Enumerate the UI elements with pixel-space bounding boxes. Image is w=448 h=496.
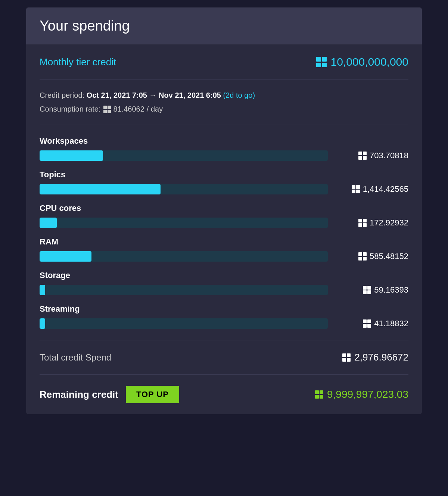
bar-row-3: 585.48152 bbox=[40, 251, 408, 262]
bar-container-1 bbox=[40, 184, 328, 194]
remaining-left: Remaining credit TOP UP bbox=[40, 386, 179, 403]
monthly-credit-section: Monthly tier credit 10,000,000,000 bbox=[40, 44, 408, 80]
monthly-credit-value: 10,000,000,000 bbox=[316, 56, 408, 68]
credit-icon-cat-4 bbox=[363, 286, 371, 294]
bar-value-4: 59.16393 bbox=[334, 285, 408, 295]
credit-period-start: Oct 21, 2021 7:05 bbox=[87, 91, 147, 99]
category-label-3: RAM bbox=[40, 237, 408, 247]
bar-row-0: 703.70818 bbox=[40, 150, 408, 161]
bar-fill-4 bbox=[40, 285, 45, 295]
credit-icon-remaining bbox=[315, 390, 323, 399]
total-credit-label: Total credit Spend bbox=[40, 352, 111, 363]
credit-icon-consumption bbox=[103, 106, 111, 113]
category-label-2: CPU cores bbox=[40, 203, 408, 213]
remaining-credit-amount: 9,999,997,023.03 bbox=[327, 389, 408, 400]
categories-section: Workspaces703.70818Topics1,414.42565CPU … bbox=[40, 125, 408, 340]
bar-row-4: 59.16393 bbox=[40, 285, 408, 295]
bar-container-4 bbox=[40, 285, 328, 295]
credit-icon-cat-0 bbox=[358, 152, 367, 160]
consumption-amount: 81.46062 bbox=[113, 105, 144, 113]
card-header: Your spending bbox=[26, 7, 422, 44]
credit-icon-cat-5 bbox=[363, 319, 371, 328]
page-title: Your spending bbox=[40, 18, 408, 34]
total-credit-row: Total credit Spend 2,976.96672 bbox=[40, 352, 408, 363]
category-label-5: Streaming bbox=[40, 304, 408, 314]
bar-value-1: 1,414.42565 bbox=[334, 184, 408, 194]
credit-icon-cat-3 bbox=[358, 252, 367, 261]
category-label-4: Storage bbox=[40, 271, 408, 280]
remaining-credit-label: Remaining credit bbox=[40, 389, 118, 400]
remaining-credit-value: 9,999,997,023.03 bbox=[315, 389, 408, 400]
bar-fill-0 bbox=[40, 150, 103, 161]
credit-period-end: Nov 21, 2021 6:05 bbox=[159, 91, 221, 99]
consumption-label: Consumption rate: bbox=[40, 105, 100, 113]
consumption-unit: / day bbox=[147, 105, 163, 113]
credit-icon-cat-1 bbox=[352, 185, 360, 193]
bar-container-5 bbox=[40, 318, 328, 329]
bar-container-3 bbox=[40, 251, 328, 262]
card-body: Monthly tier credit 10,000,000,000 Credi… bbox=[26, 44, 422, 414]
credit-period-row: Credit period: Oct 21, 2021 7:05 → Nov 2… bbox=[40, 91, 408, 100]
bar-container-2 bbox=[40, 218, 328, 228]
total-credit-value: 2,976.96672 bbox=[342, 352, 408, 363]
category-value-1: 1,414.42565 bbox=[363, 184, 408, 194]
category-value-4: 59.16393 bbox=[374, 285, 408, 295]
credit-icon bbox=[316, 57, 327, 67]
category-label-1: Topics bbox=[40, 170, 408, 180]
bar-value-0: 703.70818 bbox=[334, 151, 408, 160]
bar-value-5: 41.18832 bbox=[334, 319, 408, 328]
credit-period-prefix: Credit period: bbox=[40, 91, 84, 99]
remaining-credit-row: Remaining credit TOP UP 9,999,997,023.03 bbox=[40, 386, 408, 403]
category-value-5: 41.18832 bbox=[374, 319, 408, 328]
monthly-credit-amount: 10,000,000,000 bbox=[330, 56, 408, 68]
category-value-2: 172.92932 bbox=[370, 218, 408, 228]
bar-container-0 bbox=[40, 150, 328, 161]
credit-icon-total bbox=[342, 353, 351, 362]
bar-row-2: 172.92932 bbox=[40, 218, 408, 228]
credit-icon-cat-2 bbox=[358, 219, 367, 227]
bar-row-5: 41.18832 bbox=[40, 318, 408, 329]
category-value-0: 703.70818 bbox=[370, 151, 408, 160]
remaining-credit-section: Remaining credit TOP UP 9,999,997,023.03 bbox=[40, 375, 408, 414]
credit-period-remaining: (2d to go) bbox=[223, 91, 255, 99]
total-credit-section: Total credit Spend 2,976.96672 bbox=[40, 340, 408, 375]
monthly-credit-label: Monthly tier credit bbox=[40, 56, 116, 68]
bar-fill-2 bbox=[40, 218, 57, 228]
total-credit-amount: 2,976.96672 bbox=[354, 352, 408, 363]
bar-fill-1 bbox=[40, 184, 161, 194]
bar-row-1: 1,414.42565 bbox=[40, 184, 408, 194]
spending-card: Your spending Monthly tier credit 10,000… bbox=[26, 7, 422, 414]
bar-fill-3 bbox=[40, 251, 91, 262]
consumption-row: Consumption rate: 81.46062 / day bbox=[40, 105, 408, 113]
bar-fill-5 bbox=[40, 318, 45, 329]
monthly-credit-row: Monthly tier credit 10,000,000,000 bbox=[40, 56, 408, 68]
topup-button[interactable]: TOP UP bbox=[126, 386, 179, 403]
credit-period-section: Credit period: Oct 21, 2021 7:05 → Nov 2… bbox=[40, 80, 408, 125]
category-value-3: 585.48152 bbox=[370, 252, 408, 261]
category-label-0: Workspaces bbox=[40, 136, 408, 146]
credit-period-arrow: → bbox=[149, 91, 157, 99]
consumption-value: 81.46062 / day bbox=[103, 105, 163, 113]
bar-value-3: 585.48152 bbox=[334, 252, 408, 261]
bar-value-2: 172.92932 bbox=[334, 218, 408, 228]
